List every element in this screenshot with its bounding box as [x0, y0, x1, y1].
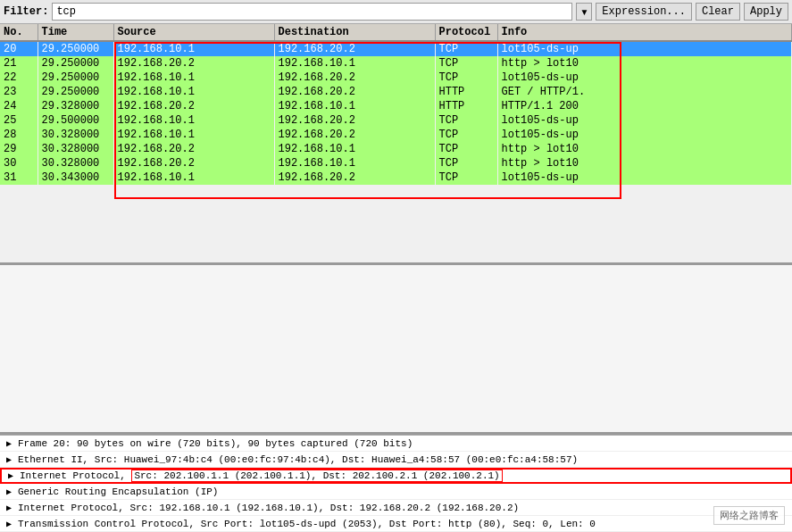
cell-destination: 192.168.10.1	[274, 156, 435, 170]
detail-row[interactable]: ▶Generic Routing Encapsulation (IP)	[0, 484, 792, 500]
packet-table: No. Time Source Destination Protocol Inf…	[0, 24, 792, 185]
cell-time: 30.343000	[38, 170, 113, 185]
table-row[interactable]: 2229.250000192.168.10.1192.168.20.2TCPlo…	[0, 71, 792, 85]
detail-row[interactable]: ▶Internet Protocol, Src: 202.100.1.1 (20…	[0, 468, 792, 484]
detail-row[interactable]: ▶Internet Protocol, Src: 192.168.10.1 (1…	[0, 500, 792, 516]
cell-no: 22	[0, 71, 38, 85]
cell-no: 20	[0, 41, 38, 56]
cell-destination: 192.168.20.2	[274, 113, 435, 128]
clear-button[interactable]: Clear	[696, 3, 740, 21]
cell-destination: 192.168.10.1	[274, 99, 435, 113]
table-row[interactable]: 2329.250000192.168.10.1192.168.20.2HTTPG…	[0, 85, 792, 99]
col-header-time[interactable]: Time	[38, 24, 113, 41]
details-panel: ▶Frame 20: 90 bytes on wire (720 bits), …	[0, 435, 792, 532]
table-row[interactable]: 2930.328000192.168.20.2192.168.10.1TCPht…	[0, 142, 792, 156]
expand-icon[interactable]: ▶	[4, 454, 14, 465]
cell-time: 30.328000	[38, 128, 113, 142]
cell-info: http > lot10	[497, 156, 792, 170]
expand-icon[interactable]: ▶	[4, 519, 14, 529]
cell-no: 29	[0, 142, 38, 156]
detail-text: Frame 20: 90 bytes on wire (720 bits), 9…	[18, 438, 413, 449]
cell-destination: 192.168.20.2	[274, 41, 435, 56]
cell-protocol: TCP	[435, 56, 497, 71]
cell-destination: 192.168.20.2	[274, 85, 435, 99]
cell-info: lot105-ds-up	[497, 113, 792, 128]
expand-icon[interactable]: ▶	[4, 503, 14, 513]
cell-source: 192.168.10.1	[113, 71, 274, 85]
cell-source: 192.168.20.2	[113, 142, 274, 156]
cell-destination: 192.168.20.2	[274, 71, 435, 85]
cell-no: 24	[0, 99, 38, 113]
cell-protocol: TCP	[435, 113, 497, 128]
filter-bar: Filter: ▼ Expression... Clear Apply	[0, 0, 792, 24]
cell-info: lot105-ds-up	[497, 128, 792, 142]
col-header-protocol[interactable]: Protocol	[435, 24, 497, 41]
col-header-source[interactable]: Source	[113, 24, 274, 41]
cell-protocol: TCP	[435, 156, 497, 170]
cell-time: 29.500000	[38, 113, 113, 128]
col-header-info[interactable]: Info	[497, 24, 792, 41]
detail-row[interactable]: ▶Transmission Control Protocol, Src Port…	[0, 516, 792, 532]
expression-button[interactable]: Expression...	[596, 3, 692, 21]
cell-source: 192.168.10.1	[113, 113, 274, 128]
cell-no: 21	[0, 56, 38, 71]
expand-icon[interactable]: ▶	[5, 470, 16, 481]
table-row[interactable]: 2429.328000192.168.20.2192.168.10.1HTTPH…	[0, 99, 792, 113]
cell-time: 30.328000	[38, 142, 113, 156]
cell-info: lot105-ds-up	[497, 170, 792, 185]
filter-input[interactable]	[52, 3, 572, 21]
detail-text: Internet Protocol, Src: 192.168.10.1 (19…	[18, 503, 519, 513]
cell-source: 192.168.10.1	[113, 85, 274, 99]
cell-destination: 192.168.10.1	[274, 142, 435, 156]
cell-source: 192.168.20.2	[113, 99, 274, 113]
cell-protocol: TCP	[435, 128, 497, 142]
detail-text: Transmission Control Protocol, Src Port:…	[18, 519, 596, 529]
highlighted-text: Src: 202.100.1.1 (202.100.1.1), Dst: 202…	[131, 470, 502, 482]
cell-time: 30.328000	[38, 156, 113, 170]
table-row[interactable]: 2529.500000192.168.10.1192.168.20.2TCPlo…	[0, 113, 792, 128]
col-header-no[interactable]: No.	[0, 24, 38, 41]
cell-time: 29.328000	[38, 99, 113, 113]
cell-info: GET / HTTP/1.	[497, 85, 792, 99]
table-row[interactable]: 3030.328000192.168.20.2192.168.10.1TCPht…	[0, 156, 792, 170]
packet-list-container: No. Time Source Destination Protocol Inf…	[0, 24, 792, 265]
apply-button[interactable]: Apply	[744, 3, 788, 21]
expand-icon[interactable]: ▶	[4, 486, 14, 497]
cell-protocol: TCP	[435, 71, 497, 85]
cell-protocol: HTTP	[435, 85, 497, 99]
expand-icon[interactable]: ▶	[4, 438, 14, 449]
cell-info: http > lot10	[497, 56, 792, 71]
cell-time: 29.250000	[38, 56, 113, 71]
table-row[interactable]: 3130.343000192.168.10.1192.168.20.2TCPlo…	[0, 170, 792, 185]
filter-label: Filter:	[4, 5, 48, 18]
cell-destination: 192.168.10.1	[274, 56, 435, 71]
cell-protocol: TCP	[435, 142, 497, 156]
empty-area	[0, 265, 792, 435]
watermark: 网络之路博客	[713, 506, 785, 525]
cell-info: lot105-ds-up	[497, 41, 792, 56]
cell-source: 192.168.10.1	[113, 170, 274, 185]
table-row[interactable]: 2830.328000192.168.10.1192.168.20.2TCPlo…	[0, 128, 792, 142]
table-row[interactable]: 2029.250000192.168.10.1192.168.20.2TCPlo…	[0, 41, 792, 56]
detail-text: Ethernet II, Src: Huawei_97:4b:c4 (00:e0…	[18, 454, 578, 465]
cell-time: 29.250000	[38, 41, 113, 56]
cell-destination: 192.168.20.2	[274, 128, 435, 142]
cell-protocol: TCP	[435, 41, 497, 56]
dropdown-arrow-icon: ▼	[579, 7, 588, 17]
table-row[interactable]: 2129.250000192.168.20.2192.168.10.1TCPht…	[0, 56, 792, 71]
detail-text: Generic Routing Encapsulation (IP)	[18, 486, 218, 497]
cell-source: 192.168.20.2	[113, 156, 274, 170]
cell-time: 29.250000	[38, 85, 113, 99]
cell-no: 25	[0, 113, 38, 128]
cell-no: 23	[0, 85, 38, 99]
cell-info: HTTP/1.1 200	[497, 99, 792, 113]
detail-row[interactable]: ▶Frame 20: 90 bytes on wire (720 bits), …	[0, 436, 792, 452]
cell-source: 192.168.20.2	[113, 56, 274, 71]
filter-dropdown-button[interactable]: ▼	[576, 3, 592, 21]
detail-row[interactable]: ▶Ethernet II, Src: Huawei_97:4b:c4 (00:e…	[0, 452, 792, 468]
cell-source: 192.168.10.1	[113, 41, 274, 56]
detail-text: Internet Protocol, Src: 202.100.1.1 (202…	[20, 470, 503, 481]
col-header-destination[interactable]: Destination	[274, 24, 435, 41]
cell-time: 29.250000	[38, 71, 113, 85]
cell-protocol: HTTP	[435, 99, 497, 113]
